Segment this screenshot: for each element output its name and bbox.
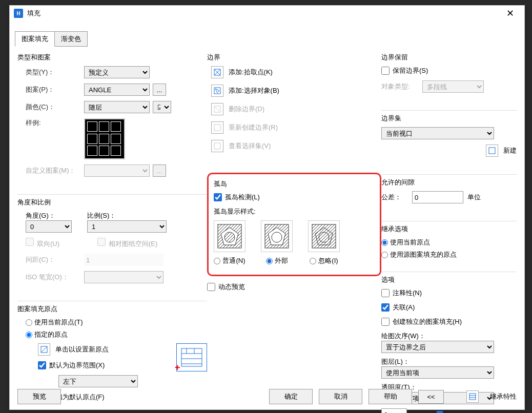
add-select-icon[interactable] [211, 85, 223, 97]
color2-select[interactable]: ☑ [153, 101, 171, 113]
new-boundary-set-icon[interactable] [486, 144, 498, 157]
origin-pos-select[interactable]: 左下 [58, 375, 138, 387]
pattern-select[interactable]: ANGLE [84, 84, 150, 96]
specify-origin-radio[interactable] [26, 332, 32, 338]
assoc-checkbox[interactable] [381, 303, 390, 312]
angle-label: 角度(G)： [26, 211, 72, 220]
close-button[interactable]: ✕ [500, 6, 520, 21]
app-icon: H [14, 9, 23, 18]
type-label: 类型(Y)： [17, 68, 84, 77]
separate-checkbox[interactable] [381, 318, 390, 326]
default-bounds-checkbox[interactable] [38, 361, 46, 369]
specify-origin-label: 指定的原点 [34, 330, 68, 339]
island-ignore-radio[interactable] [310, 258, 316, 264]
new-boundary-set-label[interactable]: 新建 [503, 146, 517, 155]
inherit-props-icon[interactable] [466, 390, 479, 403]
custom-pattern-select [84, 164, 150, 177]
dynamic-preview-checkbox[interactable] [207, 283, 215, 291]
draw-order-select[interactable]: 置于边界之后 [381, 341, 494, 353]
rel-paper-checkbox [97, 238, 106, 246]
inherit-current-radio[interactable] [381, 239, 388, 246]
pick-origin-icon[interactable] [38, 343, 50, 356]
scale-label: 比例(S)： [87, 211, 167, 220]
footer: 预览 确定 取消 帮助 << 继承特性 [10, 389, 524, 404]
island-outer-label: 外部 [275, 256, 288, 265]
hatch-dialog: H 填充 ✕ 图案填充 渐变色 类型和图案 类型(Y)： 预定义 图案(P)： … [9, 5, 525, 410]
svg-rect-15 [214, 143, 220, 149]
type-select[interactable]: 预定义 [84, 66, 150, 78]
layer-select[interactable]: 使用当前项 [381, 366, 494, 379]
island-display-label: 孤岛显示样式: [214, 207, 375, 216]
cancel-button[interactable]: 取消 [319, 389, 362, 404]
boundary-set-title: 边界集 [381, 114, 517, 123]
bidir-label: 双向(U) [37, 240, 59, 247]
spacing-input [84, 254, 163, 266]
tab-pattern-fill[interactable]: 图案填充 [15, 31, 55, 47]
annotative-checkbox[interactable] [381, 289, 390, 297]
inherit-current-label: 使用当前原点 [390, 238, 430, 247]
island-detect-label: 孤岛检测(L) [225, 193, 260, 202]
boundary-set-select[interactable]: 当前视口 [381, 127, 494, 139]
click-set-label: 单击以设置新原点 [55, 345, 109, 354]
color-label: 颜色(C)： [17, 102, 84, 112]
island-normal-radio[interactable] [214, 258, 220, 264]
transparency-value-input[interactable] [381, 408, 407, 413]
origin-title: 图案填充原点 [17, 304, 207, 314]
color-select[interactable]: 随层 [84, 101, 150, 113]
help-button[interactable]: 帮助 [369, 389, 412, 404]
boundary-keep-title: 边界保留 [381, 53, 517, 62]
collapse-button[interactable]: << [418, 390, 444, 404]
svg-rect-14 [214, 125, 220, 131]
type-pattern-title: 类型和图案 [17, 53, 207, 62]
tolerance-label: 公差： [381, 193, 412, 202]
inherit-title: 继承选项 [381, 224, 517, 234]
svg-point-19 [224, 232, 235, 242]
dynamic-preview-label: 动态预览 [218, 282, 245, 292]
gap-title: 允许的间隙 [381, 178, 517, 187]
add-select-label[interactable]: 添加:选择对象(B) [229, 86, 279, 95]
island-outer-radio[interactable] [266, 258, 273, 264]
island-group-highlighted: 孤岛 孤岛检测(L) 孤岛显示样式: 普通(N) 外部 忽略(I) [207, 173, 381, 276]
inherit-props-label[interactable]: 继承特性 [490, 392, 517, 401]
add-pick-icon[interactable] [211, 66, 223, 78]
origin-preview: + [176, 343, 207, 371]
use-current-origin-radio[interactable] [26, 319, 32, 326]
bidir-checkbox [26, 238, 34, 246]
svg-point-23 [272, 232, 282, 242]
preview-button[interactable]: 预览 [17, 389, 61, 404]
sample-swatch[interactable] [84, 118, 125, 159]
boundary-set-group: 边界集 当前视口 新建 [381, 114, 517, 162]
tolerance-input[interactable] [412, 191, 463, 203]
island-outer-preview[interactable] [261, 220, 293, 252]
svg-line-1 [41, 346, 47, 353]
draw-order-label: 绘图次序(W)： [381, 332, 517, 341]
assoc-label: 关联(A) [393, 303, 415, 312]
col-left: 类型和图案 类型(Y)： 预定义 图案(P)： ANGLE ... 颜色(C)：… [17, 53, 207, 379]
use-current-origin-label: 使用当前原点(T) [34, 318, 83, 327]
col-middle: 边界 添加:拾取点(K) 添加:选择对象(B) 删除边界(D) 重新创建边界(R… [207, 53, 381, 379]
angle-scale-title: 角度和比例 [17, 198, 207, 207]
boundary-title: 边界 [207, 53, 381, 62]
angle-select[interactable]: 0 [26, 220, 72, 233]
custom-pattern-browse: ... [153, 164, 166, 177]
island-detect-checkbox[interactable] [214, 193, 222, 201]
add-pick-label[interactable]: 添加:拾取点(K) [229, 68, 273, 77]
scale-select[interactable]: 1 [87, 220, 167, 233]
island-ignore-preview[interactable] [308, 220, 340, 252]
recreate-boundary-icon [211, 121, 223, 134]
keep-boundary-checkbox[interactable] [381, 67, 390, 75]
iso-select [84, 271, 163, 283]
iso-label: ISO 笔宽(O)： [17, 273, 84, 282]
pattern-browse-button[interactable]: ... [153, 84, 166, 96]
ok-button[interactable]: 确定 [269, 389, 313, 404]
svg-line-13 [215, 107, 219, 111]
svg-rect-29 [469, 394, 476, 400]
custom-pattern-label: 自定义图案(M)： [17, 166, 84, 175]
boundary-group: 边界 添加:拾取点(K) 添加:选择对象(B) 删除边界(D) 重新创建边界(R… [207, 53, 381, 158]
inherit-source-radio[interactable] [381, 252, 388, 258]
boundary-keep-group: 边界保留 保留边界(S) 对象类型: 多段线 [381, 53, 517, 98]
type-pattern-group: 类型和图案 类型(Y)： 预定义 图案(P)： ANGLE ... 颜色(C)：… [17, 53, 207, 182]
recreate-boundary-label: 重新创建边界(R) [229, 123, 278, 132]
island-normal-preview[interactable] [214, 220, 245, 252]
tab-gradient[interactable]: 渐变色 [54, 31, 88, 47]
